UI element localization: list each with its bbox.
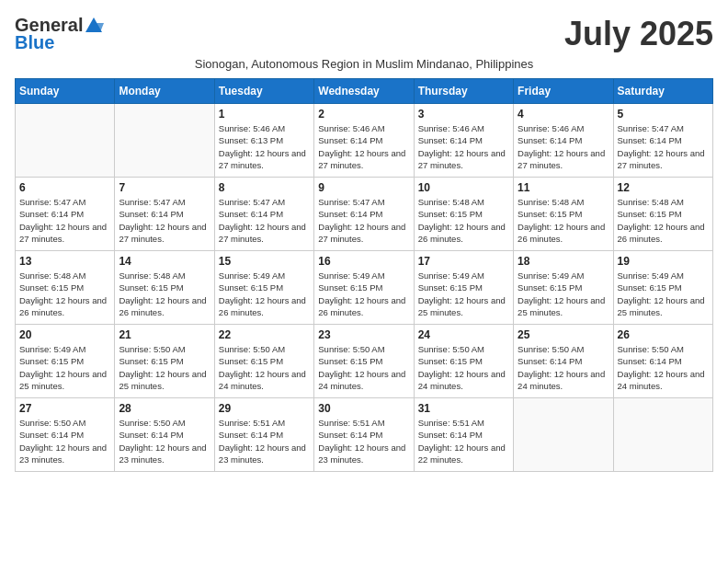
calendar-cell: 14Sunrise: 5:48 AM Sunset: 6:15 PM Dayli… — [115, 251, 214, 325]
week-row-5: 27Sunrise: 5:50 AM Sunset: 6:14 PM Dayli… — [16, 398, 713, 472]
calendar-table: SundayMondayTuesdayWednesdayThursdayFrid… — [15, 78, 713, 472]
day-number: 27 — [19, 402, 110, 415]
week-row-2: 6Sunrise: 5:47 AM Sunset: 6:14 PM Daylig… — [16, 178, 713, 251]
calendar-cell: 8Sunrise: 5:47 AM Sunset: 6:14 PM Daylig… — [214, 178, 313, 251]
week-row-3: 13Sunrise: 5:48 AM Sunset: 6:15 PM Dayli… — [16, 251, 713, 325]
day-number: 13 — [19, 255, 110, 268]
day-header-tuesday: Tuesday — [214, 79, 313, 104]
day-info: Sunrise: 5:48 AM Sunset: 6:15 PM Dayligh… — [618, 196, 709, 245]
calendar-header: SundayMondayTuesdayWednesdayThursdayFrid… — [16, 79, 713, 104]
day-number: 24 — [418, 328, 509, 341]
calendar-cell: 18Sunrise: 5:49 AM Sunset: 6:15 PM Dayli… — [514, 251, 613, 325]
calendar-cell: 10Sunrise: 5:48 AM Sunset: 6:15 PM Dayli… — [414, 178, 513, 251]
calendar-cell: 23Sunrise: 5:50 AM Sunset: 6:15 PM Dayli… — [314, 325, 414, 398]
day-info: Sunrise: 5:49 AM Sunset: 6:15 PM Dayligh… — [219, 270, 310, 318]
day-info: Sunrise: 5:46 AM Sunset: 6:14 PM Dayligh… — [418, 122, 509, 171]
day-number: 21 — [119, 328, 210, 341]
calendar-cell: 6Sunrise: 5:47 AM Sunset: 6:14 PM Daylig… — [16, 178, 115, 251]
month-title: July 2025 — [564, 15, 713, 53]
calendar-cell: 30Sunrise: 5:51 AM Sunset: 6:14 PM Dayli… — [314, 398, 414, 472]
calendar-cell: 21Sunrise: 5:50 AM Sunset: 6:15 PM Dayli… — [115, 325, 214, 398]
day-info: Sunrise: 5:50 AM Sunset: 6:15 PM Dayligh… — [219, 343, 310, 392]
calendar-body: 1Sunrise: 5:46 AM Sunset: 6:13 PM Daylig… — [16, 104, 713, 472]
day-info: Sunrise: 5:50 AM Sunset: 6:14 PM Dayligh… — [618, 343, 709, 392]
day-number: 11 — [518, 181, 609, 194]
day-number: 30 — [318, 402, 409, 415]
day-header-thursday: Thursday — [414, 79, 513, 104]
day-info: Sunrise: 5:46 AM Sunset: 6:14 PM Dayligh… — [518, 122, 609, 171]
day-info: Sunrise: 5:49 AM Sunset: 6:15 PM Dayligh… — [318, 270, 409, 318]
day-info: Sunrise: 5:46 AM Sunset: 6:13 PM Dayligh… — [219, 122, 310, 171]
logo-blue-text: Blue — [15, 32, 54, 53]
calendar-subtitle: Sionogan, Autonomous Region in Muslim Mi… — [15, 57, 713, 71]
calendar-cell — [115, 104, 214, 178]
days-of-week-row: SundayMondayTuesdayWednesdayThursdayFrid… — [16, 79, 713, 104]
day-number: 7 — [119, 181, 210, 194]
day-number: 3 — [418, 108, 509, 121]
calendar-cell: 2Sunrise: 5:46 AM Sunset: 6:14 PM Daylig… — [314, 104, 414, 178]
calendar-cell: 27Sunrise: 5:50 AM Sunset: 6:14 PM Dayli… — [16, 398, 115, 472]
calendar-cell: 9Sunrise: 5:47 AM Sunset: 6:14 PM Daylig… — [314, 178, 414, 251]
day-number: 19 — [618, 255, 709, 268]
calendar-cell: 3Sunrise: 5:46 AM Sunset: 6:14 PM Daylig… — [414, 104, 513, 178]
calendar-cell: 13Sunrise: 5:48 AM Sunset: 6:15 PM Dayli… — [16, 251, 115, 325]
day-info: Sunrise: 5:51 AM Sunset: 6:14 PM Dayligh… — [219, 417, 310, 465]
day-number: 2 — [318, 108, 409, 121]
day-info: Sunrise: 5:50 AM Sunset: 6:14 PM Dayligh… — [119, 417, 210, 465]
calendar-cell: 17Sunrise: 5:49 AM Sunset: 6:15 PM Dayli… — [414, 251, 513, 325]
calendar-cell: 25Sunrise: 5:50 AM Sunset: 6:14 PM Dayli… — [514, 325, 613, 398]
day-info: Sunrise: 5:48 AM Sunset: 6:15 PM Dayligh… — [418, 196, 509, 245]
day-number: 26 — [618, 328, 709, 341]
day-info: Sunrise: 5:51 AM Sunset: 6:14 PM Dayligh… — [318, 417, 409, 465]
day-info: Sunrise: 5:50 AM Sunset: 6:15 PM Dayligh… — [119, 343, 210, 392]
calendar-cell: 29Sunrise: 5:51 AM Sunset: 6:14 PM Dayli… — [214, 398, 313, 472]
day-header-wednesday: Wednesday — [314, 79, 414, 104]
calendar-cell: 20Sunrise: 5:49 AM Sunset: 6:15 PM Dayli… — [16, 325, 115, 398]
calendar-cell — [613, 398, 712, 472]
calendar-cell: 31Sunrise: 5:51 AM Sunset: 6:14 PM Dayli… — [414, 398, 513, 472]
day-info: Sunrise: 5:48 AM Sunset: 6:15 PM Dayligh… — [119, 270, 210, 318]
day-info: Sunrise: 5:47 AM Sunset: 6:14 PM Dayligh… — [618, 122, 709, 171]
day-header-friday: Friday — [514, 79, 613, 104]
calendar-cell: 26Sunrise: 5:50 AM Sunset: 6:14 PM Dayli… — [613, 325, 712, 398]
day-info: Sunrise: 5:47 AM Sunset: 6:14 PM Dayligh… — [318, 196, 409, 245]
day-info: Sunrise: 5:49 AM Sunset: 6:15 PM Dayligh… — [618, 270, 709, 318]
day-number: 10 — [418, 181, 509, 194]
header: General Blue July 2025 — [15, 15, 713, 53]
calendar-cell: 1Sunrise: 5:46 AM Sunset: 6:13 PM Daylig… — [214, 104, 313, 178]
day-info: Sunrise: 5:50 AM Sunset: 6:15 PM Dayligh… — [318, 343, 409, 392]
calendar-cell: 22Sunrise: 5:50 AM Sunset: 6:15 PM Dayli… — [214, 325, 313, 398]
calendar-cell: 4Sunrise: 5:46 AM Sunset: 6:14 PM Daylig… — [514, 104, 613, 178]
day-info: Sunrise: 5:49 AM Sunset: 6:15 PM Dayligh… — [418, 270, 509, 318]
calendar-cell: 11Sunrise: 5:48 AM Sunset: 6:15 PM Dayli… — [514, 178, 613, 251]
day-number: 28 — [119, 402, 210, 415]
day-number: 16 — [318, 255, 409, 268]
day-number: 18 — [518, 255, 609, 268]
day-info: Sunrise: 5:48 AM Sunset: 6:15 PM Dayligh… — [19, 270, 110, 318]
day-info: Sunrise: 5:50 AM Sunset: 6:14 PM Dayligh… — [518, 343, 609, 392]
day-info: Sunrise: 5:47 AM Sunset: 6:14 PM Dayligh… — [119, 196, 210, 245]
day-number: 8 — [219, 181, 310, 194]
day-info: Sunrise: 5:46 AM Sunset: 6:14 PM Dayligh… — [318, 122, 409, 171]
day-number: 4 — [518, 108, 609, 121]
day-number: 29 — [219, 402, 310, 415]
calendar-cell: 19Sunrise: 5:49 AM Sunset: 6:15 PM Dayli… — [613, 251, 712, 325]
day-number: 15 — [219, 255, 310, 268]
day-number: 6 — [19, 181, 110, 194]
calendar-cell: 16Sunrise: 5:49 AM Sunset: 6:15 PM Dayli… — [314, 251, 414, 325]
day-header-saturday: Saturday — [613, 79, 712, 104]
day-number: 5 — [618, 108, 709, 121]
calendar-cell — [16, 104, 115, 178]
day-info: Sunrise: 5:50 AM Sunset: 6:14 PM Dayligh… — [19, 417, 110, 465]
day-number: 20 — [19, 328, 110, 341]
day-info: Sunrise: 5:48 AM Sunset: 6:15 PM Dayligh… — [518, 196, 609, 245]
calendar-cell: 7Sunrise: 5:47 AM Sunset: 6:14 PM Daylig… — [115, 178, 214, 251]
logo-icon — [84, 16, 104, 36]
calendar-cell: 5Sunrise: 5:47 AM Sunset: 6:14 PM Daylig… — [613, 104, 712, 178]
day-number: 25 — [518, 328, 609, 341]
day-number: 17 — [418, 255, 509, 268]
day-info: Sunrise: 5:49 AM Sunset: 6:15 PM Dayligh… — [19, 343, 110, 392]
day-number: 9 — [318, 181, 409, 194]
calendar-cell — [514, 398, 613, 472]
day-number: 22 — [219, 328, 310, 341]
